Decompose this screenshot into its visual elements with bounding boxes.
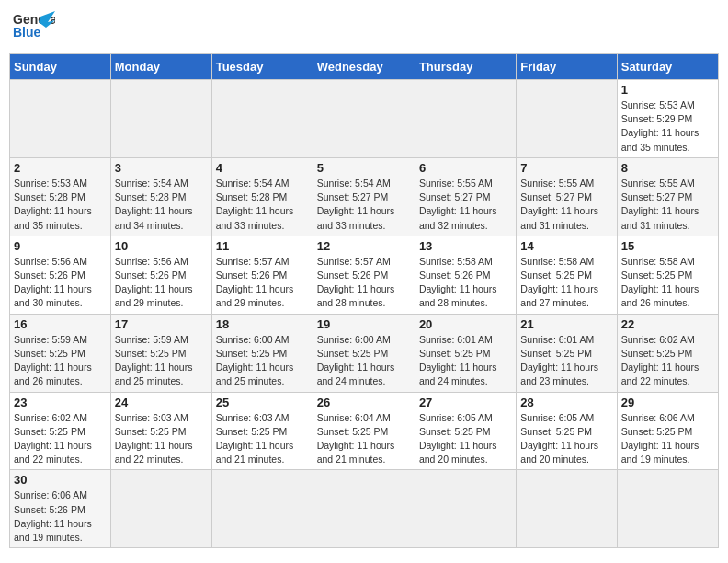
day-info: Sunrise: 5:54 AM Sunset: 5:28 PM Dayligh… bbox=[216, 177, 309, 233]
day-number: 1 bbox=[621, 83, 714, 97]
calendar-cell bbox=[211, 470, 313, 548]
day-info: Sunrise: 6:02 AM Sunset: 5:25 PM Dayligh… bbox=[621, 333, 714, 389]
calendar-cell: 2Sunrise: 5:53 AM Sunset: 5:28 PM Daylig… bbox=[10, 157, 111, 236]
calendar-cell: 23Sunrise: 6:02 AM Sunset: 5:25 PM Dayli… bbox=[10, 392, 111, 470]
day-info: Sunrise: 6:05 AM Sunset: 5:25 PM Dayligh… bbox=[520, 411, 612, 467]
day-number: 24 bbox=[115, 396, 208, 409]
calendar: SundayMondayTuesdayWednesdayThursdayFrid… bbox=[9, 53, 719, 548]
day-number: 19 bbox=[317, 317, 411, 331]
weekday-header-row: SundayMondayTuesdayWednesdayThursdayFrid… bbox=[10, 54, 719, 80]
week-row-1: 1Sunrise: 5:53 AM Sunset: 5:29 PM Daylig… bbox=[10, 80, 719, 158]
day-info: Sunrise: 5:57 AM Sunset: 5:26 PM Dayligh… bbox=[317, 255, 411, 311]
day-number: 21 bbox=[520, 317, 612, 331]
calendar-cell bbox=[415, 80, 516, 158]
calendar-cell bbox=[313, 80, 415, 158]
calendar-cell bbox=[517, 80, 617, 158]
day-number: 15 bbox=[621, 239, 714, 253]
logo: General Blue bbox=[13, 9, 55, 46]
calendar-cell: 11Sunrise: 5:57 AM Sunset: 5:26 PM Dayli… bbox=[211, 236, 313, 314]
day-number: 20 bbox=[419, 317, 512, 331]
calendar-cell: 17Sunrise: 5:59 AM Sunset: 5:25 PM Dayli… bbox=[110, 314, 211, 392]
day-info: Sunrise: 6:04 AM Sunset: 5:25 PM Dayligh… bbox=[317, 411, 411, 467]
calendar-cell: 16Sunrise: 5:59 AM Sunset: 5:25 PM Dayli… bbox=[10, 314, 111, 392]
logo-icon: General Blue bbox=[13, 9, 55, 46]
day-info: Sunrise: 5:58 AM Sunset: 5:25 PM Dayligh… bbox=[520, 255, 612, 311]
day-info: Sunrise: 5:54 AM Sunset: 5:27 PM Dayligh… bbox=[317, 177, 411, 233]
day-number: 2 bbox=[14, 161, 107, 175]
calendar-cell: 13Sunrise: 5:58 AM Sunset: 5:26 PM Dayli… bbox=[415, 236, 516, 314]
day-number: 14 bbox=[520, 239, 612, 253]
day-info: Sunrise: 6:03 AM Sunset: 5:25 PM Dayligh… bbox=[216, 411, 309, 467]
calendar-cell: 20Sunrise: 6:01 AM Sunset: 5:25 PM Dayli… bbox=[415, 314, 516, 392]
calendar-cell: 1Sunrise: 5:53 AM Sunset: 5:29 PM Daylig… bbox=[617, 80, 718, 158]
calendar-cell: 29Sunrise: 6:06 AM Sunset: 5:25 PM Dayli… bbox=[617, 392, 718, 470]
weekday-header-tuesday: Tuesday bbox=[211, 54, 313, 80]
day-info: Sunrise: 6:01 AM Sunset: 5:25 PM Dayligh… bbox=[520, 333, 612, 389]
day-info: Sunrise: 5:53 AM Sunset: 5:28 PM Dayligh… bbox=[14, 177, 107, 233]
day-info: Sunrise: 5:53 AM Sunset: 5:29 PM Dayligh… bbox=[621, 98, 714, 155]
day-info: Sunrise: 6:06 AM Sunset: 5:25 PM Dayligh… bbox=[621, 411, 714, 467]
calendar-cell: 3Sunrise: 5:54 AM Sunset: 5:28 PM Daylig… bbox=[110, 157, 211, 236]
calendar-cell bbox=[10, 80, 111, 158]
calendar-cell: 24Sunrise: 6:03 AM Sunset: 5:25 PM Dayli… bbox=[110, 392, 211, 470]
calendar-cell: 8Sunrise: 5:55 AM Sunset: 5:27 PM Daylig… bbox=[617, 157, 718, 236]
day-number: 16 bbox=[14, 317, 107, 331]
calendar-cell bbox=[517, 470, 617, 548]
day-number: 18 bbox=[216, 317, 309, 331]
calendar-cell: 28Sunrise: 6:05 AM Sunset: 5:25 PM Dayli… bbox=[517, 392, 617, 470]
calendar-cell: 25Sunrise: 6:03 AM Sunset: 5:25 PM Dayli… bbox=[211, 392, 313, 470]
calendar-cell bbox=[313, 470, 415, 548]
calendar-cell: 18Sunrise: 6:00 AM Sunset: 5:25 PM Dayli… bbox=[211, 314, 313, 392]
day-number: 3 bbox=[115, 161, 208, 175]
day-number: 23 bbox=[14, 396, 107, 409]
calendar-cell: 26Sunrise: 6:04 AM Sunset: 5:25 PM Dayli… bbox=[313, 392, 415, 470]
calendar-cell: 9Sunrise: 5:56 AM Sunset: 5:26 PM Daylig… bbox=[10, 236, 111, 314]
calendar-cell: 4Sunrise: 5:54 AM Sunset: 5:28 PM Daylig… bbox=[211, 157, 313, 236]
day-info: Sunrise: 6:00 AM Sunset: 5:25 PM Dayligh… bbox=[317, 333, 411, 389]
day-number: 30 bbox=[14, 473, 107, 487]
day-info: Sunrise: 5:56 AM Sunset: 5:26 PM Dayligh… bbox=[115, 255, 208, 311]
day-info: Sunrise: 5:55 AM Sunset: 5:27 PM Dayligh… bbox=[520, 177, 612, 233]
day-number: 12 bbox=[317, 239, 411, 253]
day-number: 27 bbox=[419, 396, 512, 409]
day-number: 8 bbox=[621, 161, 714, 175]
calendar-cell: 15Sunrise: 5:58 AM Sunset: 5:25 PM Dayli… bbox=[617, 236, 718, 314]
weekday-header-monday: Monday bbox=[110, 54, 211, 80]
day-info: Sunrise: 5:58 AM Sunset: 5:25 PM Dayligh… bbox=[621, 255, 714, 311]
weekday-header-sunday: Sunday bbox=[10, 54, 111, 80]
week-row-5: 23Sunrise: 6:02 AM Sunset: 5:25 PM Dayli… bbox=[10, 392, 719, 470]
calendar-cell bbox=[110, 80, 211, 158]
day-info: Sunrise: 6:06 AM Sunset: 5:26 PM Dayligh… bbox=[14, 488, 107, 545]
calendar-cell bbox=[110, 470, 211, 548]
day-number: 22 bbox=[621, 317, 714, 331]
calendar-cell: 30Sunrise: 6:06 AM Sunset: 5:26 PM Dayli… bbox=[10, 470, 111, 548]
calendar-cell: 6Sunrise: 5:55 AM Sunset: 5:27 PM Daylig… bbox=[415, 157, 516, 236]
day-number: 11 bbox=[216, 239, 309, 253]
day-info: Sunrise: 5:55 AM Sunset: 5:27 PM Dayligh… bbox=[621, 177, 714, 233]
calendar-cell: 12Sunrise: 5:57 AM Sunset: 5:26 PM Dayli… bbox=[313, 236, 415, 314]
day-info: Sunrise: 5:54 AM Sunset: 5:28 PM Dayligh… bbox=[115, 177, 208, 233]
calendar-cell: 5Sunrise: 5:54 AM Sunset: 5:27 PM Daylig… bbox=[313, 157, 415, 236]
calendar-cell: 22Sunrise: 6:02 AM Sunset: 5:25 PM Dayli… bbox=[617, 314, 718, 392]
day-number: 26 bbox=[317, 396, 411, 409]
week-row-4: 16Sunrise: 5:59 AM Sunset: 5:25 PM Dayli… bbox=[10, 314, 719, 392]
day-info: Sunrise: 5:57 AM Sunset: 5:26 PM Dayligh… bbox=[216, 255, 309, 311]
calendar-cell: 7Sunrise: 5:55 AM Sunset: 5:27 PM Daylig… bbox=[517, 157, 617, 236]
day-number: 29 bbox=[621, 396, 714, 409]
day-info: Sunrise: 5:56 AM Sunset: 5:26 PM Dayligh… bbox=[14, 255, 107, 311]
week-row-6: 30Sunrise: 6:06 AM Sunset: 5:26 PM Dayli… bbox=[10, 470, 719, 548]
day-number: 25 bbox=[216, 396, 309, 409]
day-info: Sunrise: 5:59 AM Sunset: 5:25 PM Dayligh… bbox=[14, 333, 107, 389]
calendar-cell: 14Sunrise: 5:58 AM Sunset: 5:25 PM Dayli… bbox=[517, 236, 617, 314]
weekday-header-friday: Friday bbox=[517, 54, 617, 80]
day-number: 7 bbox=[520, 161, 612, 175]
day-number: 6 bbox=[419, 161, 512, 175]
calendar-cell: 27Sunrise: 6:05 AM Sunset: 5:25 PM Dayli… bbox=[415, 392, 516, 470]
day-info: Sunrise: 6:00 AM Sunset: 5:25 PM Dayligh… bbox=[216, 333, 309, 389]
weekday-header-thursday: Thursday bbox=[415, 54, 516, 80]
day-info: Sunrise: 6:01 AM Sunset: 5:25 PM Dayligh… bbox=[419, 333, 512, 389]
weekday-header-saturday: Saturday bbox=[617, 54, 718, 80]
day-number: 17 bbox=[115, 317, 208, 331]
calendar-cell bbox=[617, 470, 718, 548]
calendar-cell bbox=[211, 80, 313, 158]
